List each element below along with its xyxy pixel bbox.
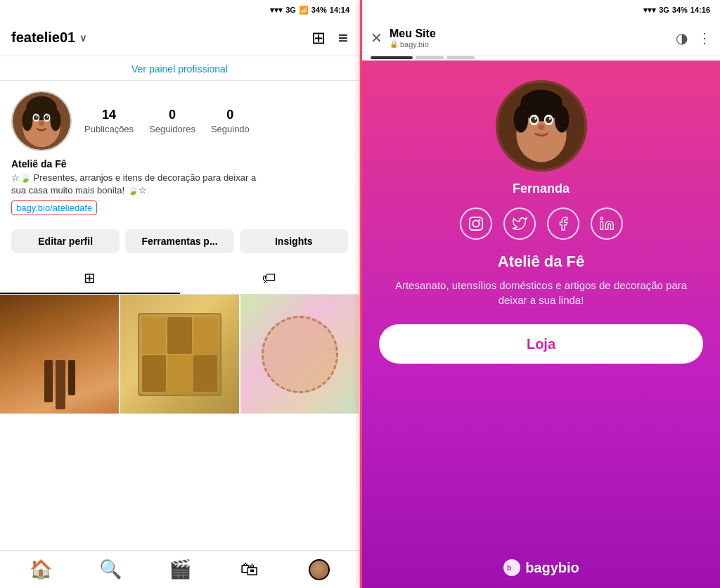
svg-point-25 — [534, 117, 536, 120]
nav-shop[interactable]: 🛍 — [233, 553, 266, 587]
svg-rect-28 — [469, 217, 482, 230]
instagram-panel: ▾▾▾ 3G 📶 34% 14:14 featelie01 ∨ ⊞ ≡ Ver … — [0, 0, 360, 588]
nav-home[interactable]: 🏠 — [24, 553, 58, 587]
social-icons-row — [460, 207, 623, 240]
network-icon: 3G — [285, 6, 296, 14]
url-text: bagy.bio — [400, 40, 429, 49]
battery-level: 34% — [311, 6, 327, 14]
status-bar-left: ▾▾▾ 3G 📶 34% 14:14 — [0, 0, 359, 20]
svg-point-5 — [50, 110, 60, 132]
header-icons: ⊞ ≡ — [311, 28, 348, 48]
username-text: featelie01 — [11, 30, 75, 46]
photo-cell-2[interactable] — [120, 295, 239, 414]
tab-tagged[interactable]: 🏷 — [180, 263, 360, 294]
svg-point-27 — [538, 124, 544, 130]
edit-profile-button[interactable]: Editar perfil — [11, 229, 120, 253]
svg-point-19 — [520, 94, 539, 110]
bagybio-icon: b — [503, 558, 521, 577]
linkedin-icon — [599, 216, 615, 231]
svg-point-17 — [513, 106, 528, 133]
loja-button[interactable]: Loja — [379, 324, 703, 364]
bio-link[interactable]: bagy.bio/ateliedafe — [11, 200, 97, 215]
bio-name: Ateliê da Fê — [11, 158, 348, 170]
avatar — [11, 91, 72, 151]
bagybio-logo-text: bagybio — [525, 560, 579, 576]
ig-tabs: ⊞ 🏷 — [0, 263, 359, 295]
following-count: 0 — [211, 108, 250, 122]
menu-icon[interactable]: ≡ — [338, 28, 348, 48]
svg-point-24 — [545, 117, 551, 123]
close-browser-button[interactable]: ✕ — [371, 30, 382, 46]
browser-actions: ◑ ⋮ — [676, 30, 712, 46]
svg-point-11 — [47, 116, 49, 117]
pro-panel-link[interactable]: Ver painel profissional — [0, 56, 359, 81]
photo-cell-3[interactable] — [240, 295, 359, 414]
svg-point-20 — [543, 94, 561, 110]
posts-count: 14 — [84, 108, 134, 122]
svg-point-8 — [34, 115, 39, 120]
tab-grid[interactable]: ⊞ — [0, 263, 180, 294]
browser-url-area: Meu Site 🔒 bagy.bio — [390, 27, 669, 49]
home-icon: 🏠 — [30, 558, 52, 580]
reels-icon: 🎬 — [169, 558, 191, 580]
twitter-icon — [512, 216, 527, 231]
svg-point-26 — [548, 117, 551, 120]
shop-icon: 🛍 — [240, 558, 259, 580]
facebook-icon — [555, 216, 571, 231]
new-post-icon[interactable]: ⊞ — [311, 28, 326, 48]
tab-indicator-3 — [446, 56, 475, 59]
ig-username-area[interactable]: featelie01 ∨ — [11, 30, 86, 46]
svg-text:b: b — [507, 564, 511, 572]
profile-top: 14 Publicações 0 Seguidores 0 Seguindo — [11, 91, 348, 151]
tab-indicator-1 — [371, 56, 413, 59]
facebook-social-button[interactable] — [547, 207, 579, 240]
photo-cell-1[interactable] — [0, 295, 119, 414]
wifi-signal-icon: ▾▾▾ — [270, 6, 283, 15]
browser-nav: ✕ Meu Site 🔒 bagy.bio ◑ ⋮ — [362, 20, 720, 56]
instagram-social-button[interactable] — [460, 207, 492, 240]
nav-search[interactable]: 🔍 — [94, 553, 127, 587]
tools-button[interactable]: Ferramentas p... — [125, 229, 233, 253]
signal-icon: 📶 — [299, 6, 309, 15]
svg-point-29 — [472, 220, 479, 226]
browser-url: 🔒 bagy.bio — [390, 40, 669, 49]
action-buttons: Editar perfil Ferramentas p... Insights — [0, 222, 359, 260]
svg-point-10 — [36, 116, 37, 117]
tab-indicator-2 — [416, 56, 444, 59]
nav-avatar — [309, 559, 330, 580]
browser-title: Meu Site — [390, 27, 669, 40]
bottom-nav: 🏠 🔍 🎬 🛍 — [0, 550, 359, 588]
profile-stats: 14 Publicações 0 Seguidores 0 Seguindo — [84, 108, 348, 135]
bagy-page: Fernanda — [362, 60, 720, 588]
followers-label: Seguidores — [149, 124, 195, 134]
nav-profile[interactable] — [302, 553, 336, 587]
profile-bio: Ateliê da Fê ☆🍃 Presentes, arranjos e it… — [11, 158, 348, 215]
bagy-description: Artesanato, utensílios domésticos e arti… — [362, 278, 720, 307]
reader-mode-icon[interactable]: ◑ — [676, 30, 688, 46]
bagy-avatar-svg — [499, 83, 584, 169]
avatar-face-svg — [13, 92, 70, 150]
linkedin-social-button[interactable] — [591, 207, 623, 240]
clock-time: 14:14 — [330, 6, 349, 14]
nav-reels[interactable]: 🎬 — [163, 553, 197, 587]
stat-following: 0 Seguindo — [211, 108, 250, 135]
twitter-social-button[interactable] — [503, 207, 536, 240]
insights-button[interactable]: Insights — [240, 229, 348, 253]
bagy-avatar — [496, 80, 587, 172]
bagy-footer: b bagybio — [503, 550, 579, 588]
bagy-user-name: Fernanda — [513, 181, 570, 196]
search-icon: 🔍 — [99, 558, 122, 580]
svg-point-32 — [503, 559, 520, 576]
svg-point-31 — [600, 217, 603, 220]
person-tag-icon: 🏷 — [262, 270, 276, 286]
svg-point-4 — [22, 110, 32, 132]
ig-header: featelie01 ∨ ⊞ ≡ — [0, 20, 359, 56]
stat-followers: 0 Seguidores — [149, 108, 195, 135]
bio-text-line2: sua casa muito mais bonita! 🍃☆ — [11, 184, 348, 197]
chevron-down-icon: ∨ — [79, 32, 86, 44]
grid-icon: ⊞ — [84, 269, 96, 286]
more-options-icon[interactable]: ⋮ — [698, 30, 712, 46]
svg-point-18 — [554, 106, 569, 133]
instagram-icon — [468, 216, 484, 231]
stat-posts: 14 Publicações — [84, 108, 134, 135]
